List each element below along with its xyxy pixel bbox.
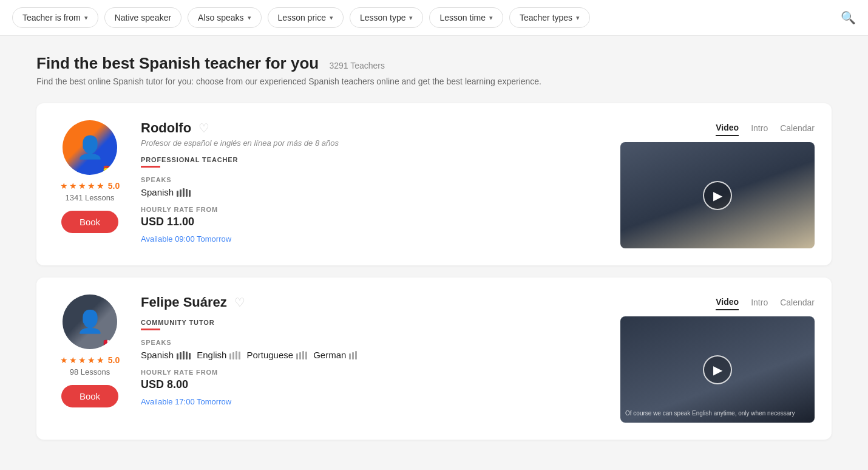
filter-bar: Teacher is from▾Native speakerAlso speak… bbox=[0, 0, 868, 36]
bar-1-icon bbox=[352, 352, 354, 359]
language-german-felipe: German bbox=[313, 350, 357, 360]
bar-3-icon bbox=[305, 352, 307, 359]
video-tabs-felipe: VideoIntroCalendar bbox=[620, 295, 815, 310]
name-row-rodolfo: Rodolfo♡ bbox=[141, 120, 606, 136]
video-tab-intro-rodolfo[interactable]: Intro bbox=[751, 120, 768, 136]
bar-2-icon bbox=[183, 188, 185, 197]
filter-native-speaker[interactable]: Native speaker bbox=[104, 7, 181, 28]
rating-rodolfo: 5.0 bbox=[108, 181, 120, 191]
book-button-rodolfo[interactable]: Book bbox=[61, 211, 118, 233]
teacher-count: 3291 Teachers bbox=[329, 61, 385, 70]
star-2-icon: ★ bbox=[69, 181, 77, 191]
bar-2-icon bbox=[236, 351, 237, 359]
language-name-german: German bbox=[313, 350, 346, 360]
video-panel-felipe: VideoIntroCalendar▶Of course we can spea… bbox=[620, 295, 815, 423]
star-5-icon: ★ bbox=[97, 355, 104, 365]
video-thumbnail-rodolfo[interactable]: ▶ bbox=[620, 142, 815, 248]
bar-3-icon bbox=[186, 189, 188, 197]
favorite-button-rodolfo[interactable]: ♡ bbox=[198, 121, 209, 135]
play-button-felipe[interactable]: ▶ bbox=[703, 355, 732, 384]
star-1-icon: ★ bbox=[60, 355, 68, 365]
name-row-felipe: Felipe Suárez♡ bbox=[141, 295, 606, 310]
speaks-label-rodolfo: SPEAKS bbox=[141, 176, 606, 183]
badge-felipe: COMMUNITY TUTOR bbox=[141, 319, 606, 326]
filter-lesson-price[interactable]: Lesson price▾ bbox=[268, 7, 344, 28]
chevron-lesson-type-icon: ▾ bbox=[409, 14, 413, 22]
language-bars-english bbox=[229, 351, 240, 359]
video-thumbnail-felipe[interactable]: ▶Of course we can speak English anytime,… bbox=[620, 316, 815, 423]
video-tab-video-felipe[interactable]: Video bbox=[716, 295, 739, 310]
avatar-flag-rodolfo: 🇧🇴 bbox=[101, 164, 117, 175]
chevron-also-speaks-icon: ▾ bbox=[248, 14, 251, 22]
language-name-portuguese: Portuguese bbox=[246, 350, 293, 360]
teacher-name-felipe: Felipe Suárez bbox=[141, 295, 227, 310]
tagline-rodolfo: Profesor de español e inglés en línea po… bbox=[141, 138, 606, 148]
avatar-flag-felipe: 🇵🇪 bbox=[101, 338, 117, 349]
star-4-icon: ★ bbox=[87, 181, 95, 191]
star-3-icon: ★ bbox=[78, 355, 86, 365]
page-title-text: Find the best Spanish teacher for you bbox=[36, 54, 319, 72]
bar-1-icon bbox=[299, 352, 301, 359]
bar-3-icon bbox=[186, 352, 188, 359]
bar-2-icon bbox=[355, 351, 357, 359]
teacher-name-rodolfo: Rodolfo bbox=[141, 120, 191, 136]
search-button[interactable]: 🔍 bbox=[841, 10, 856, 25]
badge-divider-rodolfo bbox=[141, 166, 160, 168]
star-4-icon: ★ bbox=[87, 355, 95, 365]
filter-lesson-time[interactable]: Lesson time▾ bbox=[429, 7, 503, 28]
language-spanish-rodolfo: Spanish bbox=[141, 187, 191, 197]
filter-teacher-is-from[interactable]: Teacher is from▾ bbox=[12, 7, 98, 28]
rate-value-rodolfo: USD 11.00 bbox=[141, 216, 606, 228]
bar-2-icon bbox=[183, 351, 185, 359]
chevron-teacher-types-icon: ▾ bbox=[576, 14, 580, 22]
video-tabs-rodolfo: VideoIntroCalendar bbox=[620, 120, 815, 136]
rating-felipe: 5.0 bbox=[108, 355, 120, 365]
book-button-felipe[interactable]: Book bbox=[61, 385, 118, 407]
video-tab-intro-felipe[interactable]: Intro bbox=[751, 295, 768, 310]
video-tab-calendar-felipe[interactable]: Calendar bbox=[780, 295, 815, 310]
badge-rodolfo: PROFESSIONAL TEACHER bbox=[141, 156, 606, 163]
chevron-teacher-is-from-icon: ▾ bbox=[84, 14, 88, 22]
page-subtitle: Find the best online Spanish tutor for y… bbox=[36, 77, 832, 86]
bar-2-icon bbox=[302, 351, 304, 359]
teacher-left-felipe: 👤🇵🇪★★★★★5.098 LessonsBook bbox=[53, 295, 126, 407]
lessons-count-rodolfo: 1341 Lessons bbox=[66, 193, 115, 202]
bar-0-icon bbox=[229, 353, 231, 359]
filter-lesson-type[interactable]: Lesson type▾ bbox=[350, 7, 424, 28]
badge-divider-felipe bbox=[141, 329, 160, 330]
rate-label-rodolfo: HOURLY RATE FROM bbox=[141, 206, 606, 213]
chevron-lesson-time-icon: ▾ bbox=[489, 14, 493, 22]
video-tab-video-rodolfo[interactable]: Video bbox=[716, 120, 739, 136]
language-name-spanish: Spanish bbox=[141, 350, 174, 360]
language-row-felipe: SpanishEnglishPortugueseGerman bbox=[141, 350, 606, 360]
bar-3-icon bbox=[239, 352, 240, 359]
avatar-felipe: 👤🇵🇪 bbox=[63, 295, 117, 349]
language-portuguese-felipe: Portuguese bbox=[246, 350, 307, 360]
filter-teacher-types[interactable]: Teacher types▾ bbox=[509, 7, 590, 28]
video-tab-calendar-rodolfo[interactable]: Calendar bbox=[780, 120, 815, 136]
bar-4-icon bbox=[189, 190, 191, 197]
availability-felipe: Available 17:00 Tomorrow bbox=[141, 397, 606, 406]
lessons-count-felipe: 98 Lessons bbox=[70, 367, 110, 376]
bar-1-icon bbox=[232, 352, 234, 359]
language-bars-spanish bbox=[177, 188, 191, 197]
speaks-label-felipe: SPEAKS bbox=[141, 339, 606, 346]
filter-also-speaks[interactable]: Also speaks▾ bbox=[188, 7, 261, 28]
teachers-list: 👤🇧🇴★★★★★5.01341 LessonsBookRodolfo♡Profe… bbox=[36, 103, 832, 440]
video-panel-rodolfo: VideoIntroCalendar▶ bbox=[620, 120, 815, 248]
teacher-card-felipe: 👤🇵🇪★★★★★5.098 LessonsBookFelipe Suárez♡C… bbox=[36, 278, 832, 440]
teacher-info-rodolfo: Rodolfo♡Profesor de español e inglés en … bbox=[141, 120, 606, 244]
bar-0-icon bbox=[349, 353, 351, 359]
star-1-icon: ★ bbox=[60, 181, 68, 191]
teacher-left-rodolfo: 👤🇧🇴★★★★★5.01341 LessonsBook bbox=[53, 120, 126, 233]
page-header: Find the best Spanish teacher for you 32… bbox=[36, 54, 832, 86]
teacher-info-felipe: Felipe Suárez♡COMMUNITY TUTORSPEAKSSpani… bbox=[141, 295, 606, 406]
rate-value-felipe: USD 8.00 bbox=[141, 378, 606, 391]
bar-4-icon bbox=[189, 353, 191, 359]
bar-0-icon bbox=[296, 353, 298, 359]
favorite-button-felipe[interactable]: ♡ bbox=[234, 295, 245, 310]
play-button-rodolfo[interactable]: ▶ bbox=[703, 181, 732, 210]
avatar-rodolfo: 👤🇧🇴 bbox=[63, 120, 117, 175]
stars-rodolfo: ★★★★★5.0 bbox=[60, 181, 120, 191]
filter-buttons-container: Teacher is from▾Native speakerAlso speak… bbox=[12, 7, 835, 28]
